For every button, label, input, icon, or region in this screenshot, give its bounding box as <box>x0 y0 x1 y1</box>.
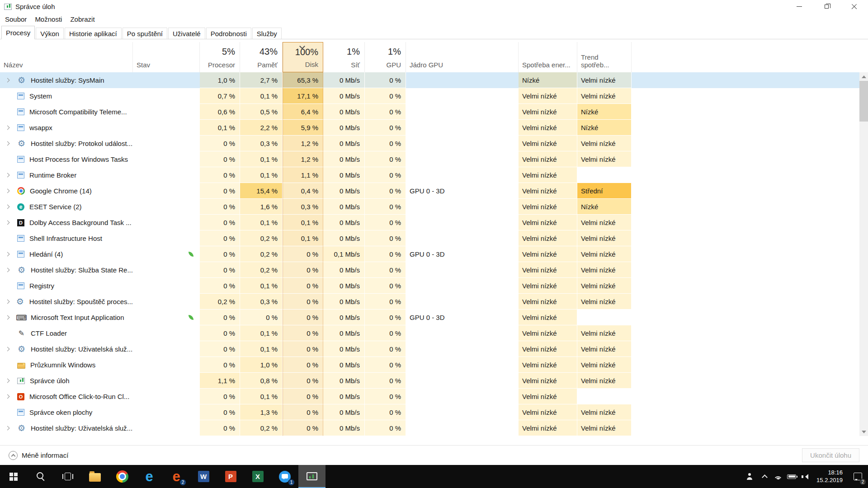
process-row[interactable]: Hostitel služby: Protokol událost... 0 %… <box>0 136 859 151</box>
process-icon <box>17 156 24 163</box>
table-header: Název Stav 5% Procesor 43% Paměť 100% Di… <box>0 42 859 72</box>
process-row[interactable]: Hledání (4) 0 % 0,2 % 0 % 0,1 Mb/s 0 % G… <box>0 246 859 262</box>
scrollbar-thumb[interactable] <box>859 81 868 122</box>
orange-browser-button[interactable]: e 2 <box>163 465 190 488</box>
process-row[interactable]: Průzkumník Windows 0 % 1,0 % 0 % 0 Mb/s … <box>0 357 859 373</box>
tray-time: 18:16 <box>816 469 843 477</box>
column-header-network[interactable]: 1% Síť <box>323 42 365 72</box>
power-usage-cell: Velmi nízké <box>519 389 577 404</box>
menu-moznosti[interactable]: Možnosti <box>31 14 66 24</box>
expand-chevron-icon[interactable] <box>6 221 11 224</box>
process-row[interactable]: Google Chrome (14) 0 % 15,4 % 0,4 % 0 Mb… <box>0 183 859 199</box>
scroll-up-arrow[interactable] <box>859 72 868 81</box>
power-usage-cell: Velmi nízké <box>519 357 577 373</box>
process-row[interactable]: CTF Loader 0 % 0,1 % 0 % 0 Mb/s 0 % Velm… <box>0 325 859 341</box>
tab-procesy[interactable]: Procesy <box>1 26 35 39</box>
task-view-button[interactable] <box>54 465 81 488</box>
network-button[interactable] <box>771 465 785 488</box>
expand-chevron-icon[interactable] <box>6 300 10 303</box>
tab-sluzby[interactable]: Služby <box>252 28 282 39</box>
gpu-engine-cell <box>406 325 519 341</box>
tab-podrobnosti[interactable]: Podrobnosti <box>206 28 251 39</box>
end-task-button[interactable]: Ukončit úlohu <box>802 448 859 462</box>
battery-button[interactable] <box>785 465 798 488</box>
tab-historie-aplikaci[interactable]: Historie aplikací <box>65 28 122 39</box>
close-button[interactable] <box>840 0 868 13</box>
expand-chevron-icon[interactable] <box>6 395 11 398</box>
power-usage-cell: Velmi nízké <box>519 215 577 230</box>
expand-chevron-icon[interactable] <box>6 79 11 82</box>
expand-chevron-icon[interactable] <box>6 347 11 351</box>
menu-zobrazit[interactable]: Zobrazit <box>66 14 99 24</box>
process-row[interactable]: ESET Service (2) 0 % 1,6 % 0,3 % 0 Mb/s … <box>0 199 859 215</box>
process-name: Google Chrome (14) <box>30 187 92 195</box>
tab-vykon[interactable]: Výkon <box>36 28 64 39</box>
process-row[interactable]: Shell Infrastructure Host 0 % 0,2 % 0,1 … <box>0 230 859 246</box>
clock-button[interactable]: 18:16 15.2.2019 <box>812 465 847 488</box>
process-row[interactable]: Hostitel služby: Služba State Re... 0 % … <box>0 262 859 278</box>
column-header-cpu[interactable]: 5% Procesor <box>200 42 240 72</box>
chat-app-button[interactable]: 1 <box>271 465 298 488</box>
expand-chevron-icon[interactable] <box>6 427 11 430</box>
expand-chevron-icon[interactable] <box>6 189 11 192</box>
process-row[interactable]: Host Process for Windows Tasks 0 % 0,1 %… <box>0 151 859 167</box>
column-header-status[interactable]: Stav <box>133 42 200 72</box>
task-manager-taskbar-button[interactable] <box>298 465 326 488</box>
process-row[interactable]: Microsoft Text Input Application 0 % 0 %… <box>0 310 859 325</box>
memory-cell: 0,1 % <box>240 167 283 183</box>
process-row[interactable]: Microsoft Office Click-to-Run Cl... 0 % … <box>0 389 859 404</box>
process-row[interactable]: Dolby Access Background Task ... 0 % 0,1… <box>0 215 859 230</box>
disk-cell: 17,1 % <box>283 88 323 104</box>
process-row[interactable]: Hostitel služby: Spouštěč proces... 0,2 … <box>0 294 859 310</box>
expand-chevron-icon[interactable] <box>6 268 11 272</box>
less-info-toggle[interactable]: Méně informací <box>9 451 68 460</box>
restore-button[interactable] <box>813 0 840 13</box>
column-header-memory[interactable]: 43% Paměť <box>240 42 283 72</box>
people-button[interactable] <box>741 465 758 488</box>
process-row[interactable]: wsappx 0,1 % 2,2 % 5,9 % 0 Mb/s 0 % Velm… <box>0 120 859 136</box>
process-row[interactable]: Hostitel služby: SysMain 1,0 % 2,7 % 65,… <box>0 72 859 88</box>
column-header-power-trend[interactable]: Trend spotřeb... <box>577 42 632 72</box>
expand-chevron-icon[interactable] <box>6 126 11 129</box>
column-header-power-usage[interactable]: Spotřeba ener... <box>519 42 577 72</box>
column-header-disk[interactable]: 100% Disk <box>283 42 323 72</box>
scroll-down-arrow[interactable] <box>859 427 868 436</box>
vertical-scrollbar[interactable] <box>859 72 868 436</box>
expand-chevron-icon[interactable] <box>6 379 11 382</box>
minimize-button[interactable] <box>785 0 813 13</box>
start-button[interactable] <box>0 465 27 488</box>
word-button[interactable]: W <box>190 465 217 488</box>
powerpoint-button[interactable]: P <box>217 465 244 488</box>
process-row[interactable]: Hostitel služby: Uživatelská služ... 0 %… <box>0 341 859 357</box>
network-cell: 0 Mb/s <box>323 373 365 389</box>
column-header-gpu-engine[interactable]: Jádro GPU <box>406 42 519 72</box>
expand-chevron-icon[interactable] <box>6 316 11 319</box>
tab-uzivatele[interactable]: Uživatelé <box>168 28 205 39</box>
file-explorer-button[interactable] <box>81 465 108 488</box>
column-header-gpu[interactable]: 1% GPU <box>365 42 406 72</box>
process-row[interactable]: Správce oken plochy 0 % 1,3 % 0 % 0 Mb/s… <box>0 404 859 420</box>
process-row[interactable]: Microsoft Compatibility Teleme... 0,6 % … <box>0 104 859 120</box>
process-row[interactable]: System 0,7 % 0,1 % 17,1 % 0 Mb/s 0 % Vel… <box>0 88 859 104</box>
excel-button[interactable]: X <box>244 465 271 488</box>
column-header-name[interactable]: Název <box>0 42 133 72</box>
show-hidden-icons-button[interactable] <box>758 465 771 488</box>
expand-chevron-icon[interactable] <box>6 174 11 177</box>
process-row[interactable]: Registry 0 % 0,1 % 0 % 0 Mb/s 0 % Velmi … <box>0 278 859 294</box>
gpu-cell: 0 % <box>365 120 406 136</box>
chrome-button[interactable] <box>108 465 136 488</box>
action-center-button[interactable]: 2 <box>847 465 868 488</box>
process-icon <box>17 313 26 322</box>
gpu-cell: 0 % <box>365 88 406 104</box>
volume-button[interactable] <box>798 465 812 488</box>
taskbar-search-button[interactable] <box>27 465 54 488</box>
menu-soubor[interactable]: Soubor <box>1 14 31 24</box>
process-row[interactable]: Hostitel služby: Uživatelská služ... 0 %… <box>0 420 859 436</box>
expand-chevron-icon[interactable] <box>6 253 11 256</box>
process-row[interactable]: Správce úloh 1,1 % 0,8 % 0 % 0 Mb/s 0 % … <box>0 373 859 389</box>
expand-chevron-icon[interactable] <box>6 205 11 208</box>
tab-po-spusteni[interactable]: Po spuštění <box>123 28 167 39</box>
edge-button[interactable]: e <box>136 465 163 488</box>
expand-chevron-icon[interactable] <box>6 142 11 145</box>
process-row[interactable]: Runtime Broker 0 % 0,1 % 1,1 % 0 Mb/s 0 … <box>0 167 859 183</box>
